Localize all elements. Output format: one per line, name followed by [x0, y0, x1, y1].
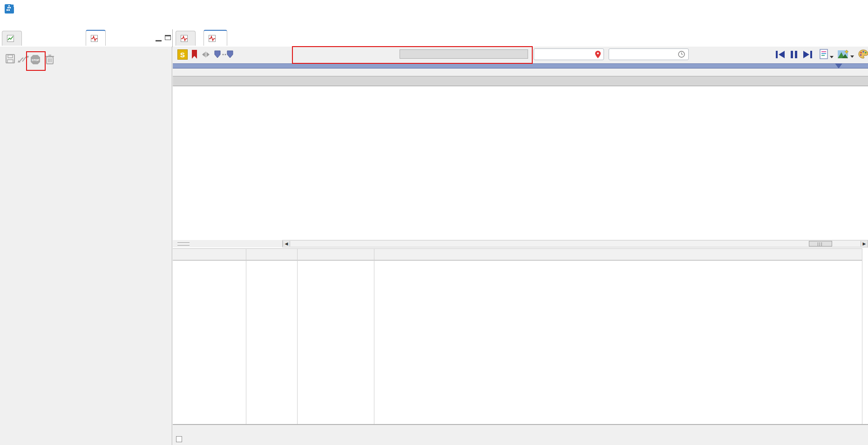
capture-tab-icon	[209, 35, 216, 42]
snap-icon[interactable]	[202, 51, 210, 58]
download-images-checkbox[interactable]	[176, 436, 182, 442]
chart-panel-splitter[interactable]	[173, 240, 282, 247]
column-divider	[862, 248, 862, 424]
timeline-position-marker[interactable]	[835, 63, 842, 68]
skip-to-end-icon[interactable]	[802, 50, 813, 59]
timeline-ruler-ticks[interactable]	[173, 76, 868, 86]
splitter-grip	[177, 242, 190, 246]
main-tabbar	[173, 29, 868, 48]
scrollbar-handle[interactable]	[809, 241, 832, 246]
menu-bar	[0, 17, 868, 29]
charts-icon	[838, 49, 849, 59]
tab-streamline-data[interactable]	[2, 31, 22, 46]
report-menu-button[interactable]	[819, 49, 834, 61]
chevron-down-icon	[830, 56, 834, 58]
pin-icon[interactable]	[595, 51, 601, 58]
start-tab-icon	[181, 35, 188, 42]
chevron-down-icon	[850, 55, 854, 58]
capture-control-icon	[91, 35, 98, 42]
scroll-left-icon[interactable]: ◀	[283, 241, 290, 246]
clock-icon	[678, 51, 685, 58]
report-icon	[819, 49, 828, 59]
annotation-box-analyzing	[292, 46, 533, 64]
title-bar	[0, 0, 868, 17]
cross-section-markers-icon[interactable]	[214, 50, 234, 59]
save-icon	[6, 54, 16, 64]
chart-config-menu-button[interactable]	[838, 49, 854, 61]
process-table-body	[173, 260, 862, 391]
goto-time-field[interactable]	[534, 48, 604, 60]
chart-horizontal-scrollbar[interactable]: ◀ ▶	[282, 240, 868, 247]
column-divider	[297, 248, 298, 424]
column-divider	[246, 248, 246, 424]
application-window: STOP S	[0, 0, 868, 445]
tab-start[interactable]	[176, 31, 196, 46]
streamline-data-icon	[7, 35, 14, 42]
pause-icon[interactable]	[790, 50, 798, 59]
capture-time-field[interactable]	[609, 48, 689, 60]
panel-maximize-icon[interactable]	[165, 35, 171, 40]
maximize-button[interactable]	[814, 4, 828, 14]
minimize-button[interactable]	[782, 4, 796, 14]
footer-bar	[173, 425, 868, 445]
app-icon	[5, 3, 15, 14]
timeline-overview-scrollbar[interactable]	[173, 63, 868, 68]
scroll-right-icon[interactable]: ▶	[861, 241, 868, 246]
palette-icon[interactable]	[858, 49, 868, 59]
annotation-box-stop-button	[26, 51, 46, 71]
bookmark-icon[interactable]	[191, 49, 197, 60]
left-panel-tabbar	[0, 29, 173, 47]
delete-icon	[45, 54, 55, 65]
process-table-header[interactable]	[173, 248, 862, 260]
timeline-ruler-labels	[173, 68, 868, 76]
column-divider	[374, 248, 374, 424]
tab-capture-control[interactable]	[86, 30, 106, 46]
skip-to-start-icon[interactable]	[775, 50, 786, 59]
panel-minimize-icon[interactable]	[156, 35, 162, 41]
snippet-icon[interactable]: S	[177, 49, 188, 60]
capture-control-panel: STOP	[0, 47, 172, 445]
tab-capture-document[interactable]	[203, 30, 227, 46]
close-button[interactable]	[848, 4, 861, 14]
